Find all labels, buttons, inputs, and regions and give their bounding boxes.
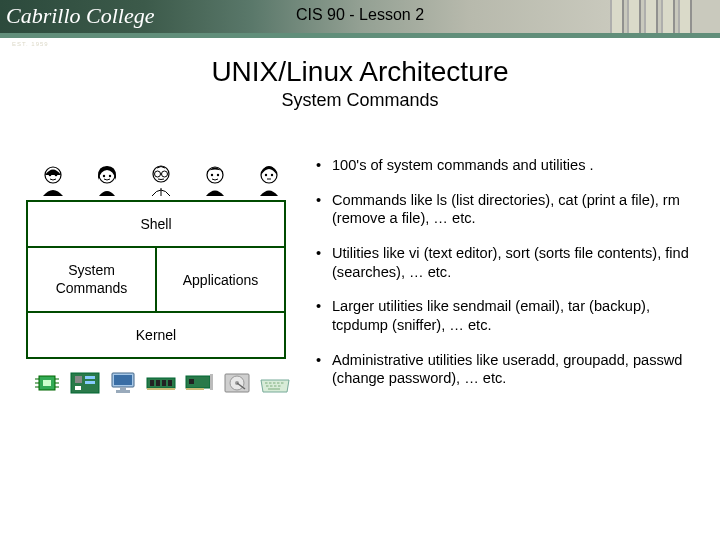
svg-rect-52: [281, 382, 284, 384]
slide-header: Cabrillo College EST. 1959 CIS 90 - Less…: [0, 0, 720, 38]
header-divider: [0, 33, 720, 38]
svg-rect-55: [274, 385, 277, 387]
ram-icon: [145, 370, 177, 396]
cpu-icon: [31, 370, 63, 396]
svg-rect-18: [43, 380, 51, 386]
bullet-item: Administrative utilities like useradd, g…: [316, 351, 696, 388]
users-row: [26, 156, 296, 198]
svg-point-5: [109, 175, 111, 177]
svg-rect-28: [85, 381, 95, 384]
svg-point-16: [271, 174, 273, 176]
hardware-row: [26, 365, 296, 401]
bullet-item: 100's of system commands and utilities .: [316, 156, 696, 175]
user-icon: [35, 162, 71, 198]
svg-point-4: [103, 175, 105, 177]
hard-drive-icon: [221, 370, 253, 396]
svg-rect-57: [268, 388, 280, 390]
svg-rect-27: [85, 376, 95, 379]
monitor-icon: [107, 370, 139, 396]
user-icon: [89, 162, 125, 198]
bullet-list: 100's of system commands and utilities .…: [316, 156, 696, 404]
architecture-table: Shell System Commands Applications Kerne…: [26, 200, 286, 359]
svg-rect-29: [75, 386, 81, 390]
svg-rect-39: [147, 388, 175, 390]
expansion-card-icon: [183, 370, 215, 396]
svg-rect-42: [189, 379, 194, 384]
svg-rect-38: [168, 380, 172, 386]
applications-cell: Applications: [156, 247, 285, 312]
architecture-diagram: Shell System Commands Applications Kerne…: [26, 156, 296, 401]
svg-rect-53: [266, 385, 269, 387]
slide-title: UNIX/Linux Architecture: [0, 56, 720, 88]
svg-rect-37: [162, 380, 166, 386]
college-est: EST. 1959: [12, 41, 49, 47]
svg-rect-31: [114, 375, 132, 385]
user-icon: [251, 162, 287, 198]
svg-rect-48: [265, 382, 268, 384]
bullet-item: Larger utilities like sendmail (email), …: [316, 297, 696, 334]
bullet-item: Utilities like vi (text editor), sort (s…: [316, 244, 696, 281]
svg-rect-35: [150, 380, 154, 386]
shell-cell: Shell: [27, 201, 285, 247]
svg-rect-36: [156, 380, 160, 386]
header-pillars-image: [610, 0, 720, 33]
slide-subtitle: System Commands: [0, 90, 720, 111]
user-icon: [143, 162, 179, 198]
svg-rect-33: [116, 390, 130, 393]
bullet-item: Commands like ls (list directories), cat…: [316, 191, 696, 228]
svg-point-15: [265, 174, 267, 176]
motherboard-icon: [69, 370, 101, 396]
svg-rect-56: [278, 385, 281, 387]
svg-rect-43: [186, 388, 204, 390]
user-icon: [197, 162, 233, 198]
svg-rect-32: [120, 387, 126, 390]
svg-point-12: [211, 174, 213, 176]
keyboard-icon: [259, 370, 291, 396]
svg-point-2: [55, 174, 58, 177]
svg-rect-50: [273, 382, 276, 384]
svg-rect-26: [75, 376, 82, 383]
svg-rect-41: [210, 374, 213, 390]
svg-rect-54: [270, 385, 273, 387]
svg-point-13: [217, 174, 219, 176]
system-commands-cell: System Commands: [27, 247, 156, 312]
svg-rect-51: [277, 382, 280, 384]
kernel-cell: Kernel: [27, 312, 285, 358]
svg-point-1: [49, 174, 52, 177]
svg-rect-49: [269, 382, 272, 384]
